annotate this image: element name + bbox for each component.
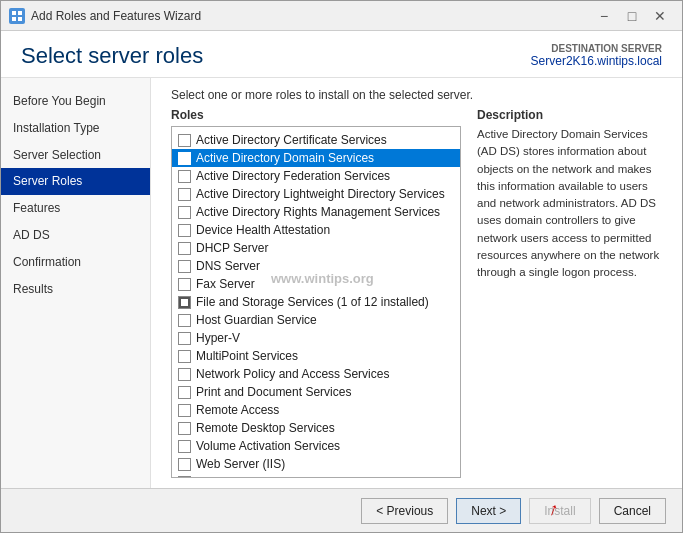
- role-item[interactable]: Windows Deployment Services: [172, 473, 460, 478]
- sidebar-item-server-selection[interactable]: Server Selection: [1, 142, 150, 169]
- roles-list[interactable]: Active Directory Certificate ServicesAct…: [171, 126, 461, 478]
- description-label: Description: [477, 108, 662, 122]
- role-item[interactable]: Network Policy and Access Services: [172, 365, 460, 383]
- role-label: Active Directory Certificate Services: [196, 133, 387, 147]
- app-icon: [9, 8, 25, 24]
- role-label: Host Guardian Service: [196, 313, 317, 327]
- checkbox: [178, 368, 191, 381]
- role-item[interactable]: Remote Access: [172, 401, 460, 419]
- role-item[interactable]: Active Directory Certificate Services: [172, 131, 460, 149]
- window-title: Add Roles and Features Wizard: [31, 9, 201, 23]
- role-item[interactable]: Volume Activation Services: [172, 437, 460, 455]
- content-area: Select server roles DESTINATION SERVER S…: [1, 31, 682, 488]
- checkbox: [178, 314, 191, 327]
- roles-label: Roles: [171, 108, 461, 122]
- description-text: Active Directory Domain Services (AD DS)…: [477, 126, 662, 281]
- role-label: DHCP Server: [196, 241, 268, 255]
- role-item[interactable]: Host Guardian Service: [172, 311, 460, 329]
- role-item[interactable]: Active Directory Domain Services: [172, 149, 460, 167]
- page-title: Select server roles: [21, 43, 203, 69]
- role-label: File and Storage Services (1 of 12 insta…: [196, 295, 429, 309]
- destination-label: DESTINATION SERVER: [531, 43, 662, 54]
- checkbox: [178, 134, 191, 147]
- sidebar-item-confirmation[interactable]: Confirmation: [1, 249, 150, 276]
- svg-rect-2: [12, 17, 16, 21]
- description-section: Description Active Directory Domain Serv…: [477, 108, 662, 478]
- role-item[interactable]: Active Directory Federation Services: [172, 167, 460, 185]
- role-item[interactable]: Remote Desktop Services: [172, 419, 460, 437]
- checkbox: [178, 440, 191, 453]
- role-item[interactable]: Fax Server: [172, 275, 460, 293]
- role-label: Volume Activation Services: [196, 439, 340, 453]
- role-item[interactable]: Hyper-V: [172, 329, 460, 347]
- role-item[interactable]: Active Directory Lightweight Directory S…: [172, 185, 460, 203]
- footer: < Previous Next > Install Cancel: [1, 488, 682, 532]
- panel-instruction: Select one or more roles to install on t…: [151, 78, 682, 108]
- checkbox: [178, 332, 191, 345]
- role-item[interactable]: Device Health Attestation: [172, 221, 460, 239]
- panel-columns: Roles Active Directory Certificate Servi…: [151, 108, 682, 488]
- role-label: Windows Deployment Services: [196, 475, 361, 478]
- panel: Select one or more roles to install on t…: [151, 78, 682, 488]
- roles-section: Roles Active Directory Certificate Servi…: [171, 108, 461, 478]
- checkbox: [178, 278, 191, 291]
- svg-rect-3: [18, 17, 22, 21]
- role-label: Remote Desktop Services: [196, 421, 335, 435]
- destination-server: DESTINATION SERVER Server2K16.wintips.lo…: [531, 43, 662, 68]
- role-item[interactable]: Print and Document Services: [172, 383, 460, 401]
- role-label: Active Directory Rights Management Servi…: [196, 205, 440, 219]
- checkbox: [178, 350, 191, 363]
- checkbox: [178, 458, 191, 471]
- role-item[interactable]: Active Directory Rights Management Servi…: [172, 203, 460, 221]
- role-label: Remote Access: [196, 403, 279, 417]
- sidebar: Before You BeginInstallation TypeServer …: [1, 78, 151, 488]
- checkbox: [178, 188, 191, 201]
- role-label: Active Directory Lightweight Directory S…: [196, 187, 445, 201]
- sidebar-item-ad-ds[interactable]: AD DS: [1, 222, 150, 249]
- checkbox: [178, 404, 191, 417]
- checkbox: [178, 296, 191, 309]
- checkbox: [178, 206, 191, 219]
- wizard-window: Add Roles and Features Wizard − □ ✕ Sele…: [0, 0, 683, 533]
- role-label: Fax Server: [196, 277, 255, 291]
- svg-rect-0: [12, 11, 16, 15]
- role-label: Network Policy and Access Services: [196, 367, 389, 381]
- page-header: Select server roles DESTINATION SERVER S…: [1, 31, 682, 78]
- role-item[interactable]: DHCP Server: [172, 239, 460, 257]
- role-label: Device Health Attestation: [196, 223, 330, 237]
- destination-value: Server2K16.wintips.local: [531, 54, 662, 68]
- role-item[interactable]: MultiPoint Services: [172, 347, 460, 365]
- checkbox: [178, 476, 191, 479]
- role-label: Active Directory Federation Services: [196, 169, 390, 183]
- install-button[interactable]: Install: [529, 498, 590, 524]
- checkbox: [178, 170, 191, 183]
- minimize-button[interactable]: −: [590, 2, 618, 30]
- checkbox: [178, 152, 191, 165]
- sidebar-item-installation-type[interactable]: Installation Type: [1, 115, 150, 142]
- role-label: MultiPoint Services: [196, 349, 298, 363]
- checkbox: [178, 422, 191, 435]
- cancel-button[interactable]: Cancel: [599, 498, 666, 524]
- role-item[interactable]: DNS Server: [172, 257, 460, 275]
- checkbox: [178, 224, 191, 237]
- sidebar-item-server-roles[interactable]: Server Roles: [1, 168, 150, 195]
- role-item[interactable]: File and Storage Services (1 of 12 insta…: [172, 293, 460, 311]
- role-item[interactable]: Web Server (IIS): [172, 455, 460, 473]
- sidebar-item-results[interactable]: Results: [1, 276, 150, 303]
- role-label: Active Directory Domain Services: [196, 151, 374, 165]
- role-label: Web Server (IIS): [196, 457, 285, 471]
- checkbox: [178, 386, 191, 399]
- sidebar-item-before-you-begin[interactable]: Before You Begin: [1, 88, 150, 115]
- close-button[interactable]: ✕: [646, 2, 674, 30]
- role-label: DNS Server: [196, 259, 260, 273]
- role-label: Print and Document Services: [196, 385, 351, 399]
- maximize-button[interactable]: □: [618, 2, 646, 30]
- role-label: Hyper-V: [196, 331, 240, 345]
- sidebar-item-features[interactable]: Features: [1, 195, 150, 222]
- main-body: Before You BeginInstallation TypeServer …: [1, 78, 682, 488]
- next-button[interactable]: Next >: [456, 498, 521, 524]
- previous-button[interactable]: < Previous: [361, 498, 448, 524]
- title-bar: Add Roles and Features Wizard − □ ✕: [1, 1, 682, 31]
- checkbox: [178, 260, 191, 273]
- window-controls: − □ ✕: [590, 2, 674, 30]
